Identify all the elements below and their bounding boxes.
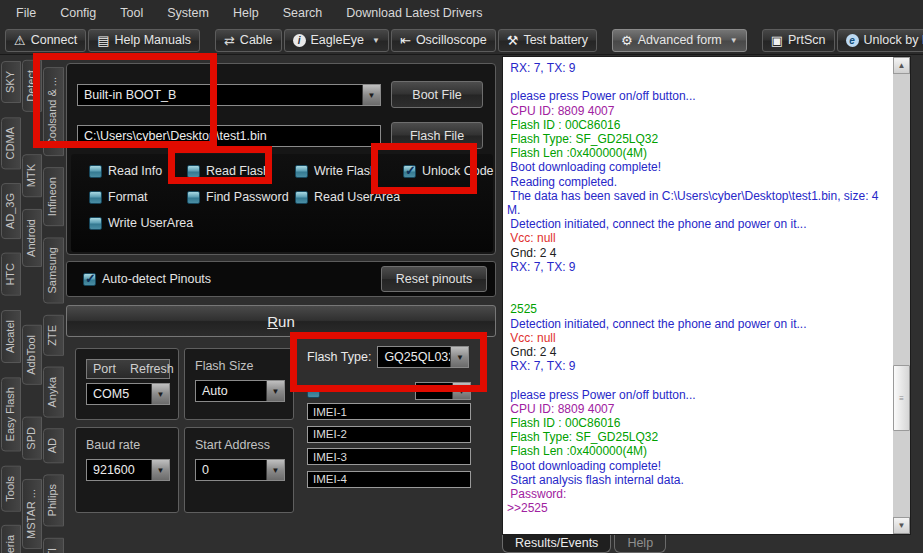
toolbar-button-cable[interactable]: ⇄Cable bbox=[215, 29, 282, 52]
baud-rate-dropdown[interactable]: 921600 ▼ bbox=[86, 459, 170, 481]
boot-file-button[interactable]: Boot File bbox=[391, 81, 483, 108]
obscured-dropdown[interactable]: ▼ bbox=[415, 382, 471, 400]
sidebar-tab-ad[interactable]: AD bbox=[43, 428, 64, 463]
menu-item-download-latest-drivers[interactable]: Download Latest Drivers bbox=[334, 2, 494, 24]
sidebar-tab-philips[interactable]: Philips bbox=[43, 474, 64, 526]
checkbox-label: Read Info bbox=[108, 164, 162, 178]
flash-file-button[interactable]: Flash File bbox=[391, 122, 483, 149]
sidebar-tab-adbtool[interactable]: AdbTool bbox=[22, 325, 42, 385]
toolbar-button-help-manuals[interactable]: ▤Help Manuals bbox=[88, 29, 200, 52]
chevron-down-icon[interactable]: ▼ bbox=[450, 347, 468, 367]
sidebar-tab-xperia[interactable]: Xperia bbox=[1, 525, 21, 553]
menu-item-file[interactable]: File bbox=[4, 2, 48, 24]
sidebar-tab-ti[interactable]: TI bbox=[43, 538, 64, 553]
checkbox-format[interactable]: Format bbox=[89, 190, 187, 204]
chevron-down-icon[interactable]: ▼ bbox=[362, 85, 380, 105]
flash-size-dropdown[interactable]: Auto ▼ bbox=[195, 380, 285, 402]
port-dropdown[interactable]: COM5 ▼ bbox=[86, 383, 170, 405]
sidebar-tab-zte[interactable]: ZTE bbox=[43, 315, 64, 356]
start-address-value: 0 bbox=[196, 463, 266, 477]
sidebar-tab-spd[interactable]: SPD bbox=[22, 417, 42, 460]
log-line: RX: 7, TX: 9 bbox=[507, 359, 891, 373]
imei-input-1[interactable] bbox=[307, 403, 471, 420]
toolbar-button-test-battery[interactable]: ⚒Test battery bbox=[498, 29, 597, 52]
run-button[interactable]: Run bbox=[66, 305, 496, 337]
checkbox-icon bbox=[403, 165, 416, 178]
boot-select-dropdown[interactable]: Built-in BOOT_B ▼ bbox=[77, 84, 381, 106]
checkbox-icon[interactable] bbox=[307, 385, 320, 398]
vertical-scrollbar[interactable]: ▲ ≡ ▼ bbox=[893, 57, 910, 534]
toolbar-button-prtscn[interactable]: ▣PrtScn bbox=[762, 29, 835, 52]
menu-item-help[interactable]: Help bbox=[221, 2, 271, 24]
checkbox-write-flash[interactable]: Write Flash bbox=[295, 164, 403, 178]
flash-type-dropdown[interactable]: GQ25QL032 ▼ bbox=[377, 346, 469, 368]
flash-size-value: Auto bbox=[196, 384, 266, 398]
flash-path-input[interactable] bbox=[77, 125, 381, 147]
sidebar-tab-easy-flash[interactable]: Easy Flash bbox=[1, 377, 21, 451]
sidebar-tab-detect[interactable]: Detect bbox=[22, 60, 42, 112]
chevron-down-icon[interactable]: ▼ bbox=[266, 460, 284, 480]
menu-item-tool[interactable]: Tool bbox=[108, 2, 155, 24]
sidebar-tab-mtk[interactable]: MTK bbox=[22, 154, 42, 197]
sidebar-tab-cdma[interactable]: CDMA bbox=[1, 117, 21, 169]
refresh-button[interactable]: Refresh bbox=[130, 362, 174, 376]
chevron-down-icon[interactable]: ▼ bbox=[151, 384, 169, 404]
toolbar-button-label: Oscilloscope bbox=[416, 33, 487, 47]
checkbox-read-flash[interactable]: Read Flash bbox=[187, 164, 295, 178]
checkbox-find-password[interactable]: Find Password bbox=[187, 190, 295, 204]
checkbox-icon bbox=[295, 165, 308, 178]
imei-input-3[interactable] bbox=[307, 448, 471, 465]
toolbar-button-advanced-form[interactable]: ⚙Advanced form▼ bbox=[612, 29, 747, 52]
chevron-down-icon[interactable]: ▼ bbox=[151, 460, 169, 480]
toolbar-button-connect[interactable]: ⚠Connect bbox=[5, 29, 86, 52]
menu-item-system[interactable]: System bbox=[155, 2, 221, 24]
log-line: The data has been saved in C:\Users\cybe… bbox=[507, 189, 891, 217]
log-line bbox=[507, 288, 891, 302]
sidebar-tab-android[interactable]: Android bbox=[22, 209, 42, 267]
reset-pinouts-button[interactable]: Reset pinouts bbox=[381, 266, 487, 292]
log-line: Vcc: null bbox=[507, 331, 891, 345]
sidebar-tab-coolsand-[interactable]: Coolsand & ... bbox=[43, 67, 64, 156]
file-selection-group: Built-in BOOT_B ▼ Boot File Flash File R… bbox=[66, 63, 496, 255]
sidebar-tab-anyka[interactable]: Anyka bbox=[43, 367, 64, 418]
checkbox-write-userarea[interactable]: Write UserArea bbox=[89, 216, 187, 230]
sidebar-tab-tools[interactable]: Tools bbox=[1, 466, 21, 512]
log-line: Gnd: 2 4 bbox=[507, 246, 891, 260]
port-refresh-header[interactable]: Port Refresh bbox=[86, 359, 170, 379]
toolbar-button-eagleeye[interactable]: iEagleEye▼ bbox=[284, 29, 389, 52]
checkbox-unlock-code[interactable]: Unlock Code bbox=[403, 164, 494, 178]
log-line: Flash ID : 00C86016 bbox=[507, 118, 891, 132]
log-line: please press Power on/off button... bbox=[507, 388, 891, 402]
checkbox-read-userarea[interactable]: Read UserArea bbox=[295, 190, 403, 204]
imei-input-2[interactable] bbox=[307, 426, 471, 443]
menu-item-config[interactable]: Config bbox=[48, 2, 108, 24]
scroll-up-icon[interactable]: ▲ bbox=[893, 57, 910, 74]
info-icon: i bbox=[293, 34, 306, 47]
flash-type-value: GQ25QL032 bbox=[378, 350, 450, 364]
sidebar-tab-htc[interactable]: HTC bbox=[1, 253, 21, 296]
checkbox-read-info[interactable]: Read Info bbox=[89, 164, 187, 178]
scroll-down-icon[interactable]: ▼ bbox=[893, 517, 910, 534]
chevron-down-icon[interactable]: ▼ bbox=[730, 36, 738, 45]
chevron-down-icon[interactable]: ▼ bbox=[372, 36, 380, 45]
sidebar-tab-mstar-[interactable]: MSTAR ... bbox=[22, 479, 42, 549]
checkbox-label: Write UserArea bbox=[108, 216, 193, 230]
log-line: Boot downloading complete! bbox=[507, 160, 891, 174]
menu-item-search[interactable]: Search bbox=[271, 2, 335, 24]
chevron-down-icon[interactable]: ▼ bbox=[452, 383, 470, 399]
sidebar-tab-alcatel[interactable]: Alcatel bbox=[1, 310, 21, 363]
toolbar-button-unlock-by-imei[interactable]: eUnlock by Imei bbox=[837, 29, 923, 52]
autodetect-pinouts-checkbox[interactable]: Auto-detect Pinouts bbox=[83, 272, 381, 286]
scrollbar-thumb[interactable]: ≡ bbox=[893, 365, 910, 431]
start-address-dropdown[interactable]: 0 ▼ bbox=[195, 459, 285, 481]
checkbox-row: Write UserArea bbox=[89, 216, 493, 230]
sidebar-tab-samsung[interactable]: Samsung bbox=[43, 237, 64, 303]
tab-help[interactable]: Help bbox=[614, 535, 666, 553]
sidebar-tab-ad-3g[interactable]: AD_3G bbox=[1, 183, 21, 239]
tab-results-events[interactable]: Results/Events bbox=[502, 535, 611, 553]
toolbar-button-oscilloscope[interactable]: ⇤Oscilloscope bbox=[391, 29, 496, 52]
chevron-down-icon[interactable]: ▼ bbox=[266, 381, 284, 401]
sidebar-tab-sky[interactable]: SKY bbox=[1, 61, 21, 103]
imei-input-4[interactable] bbox=[307, 471, 471, 488]
sidebar-tab-infineon[interactable]: Infineon bbox=[43, 167, 64, 226]
